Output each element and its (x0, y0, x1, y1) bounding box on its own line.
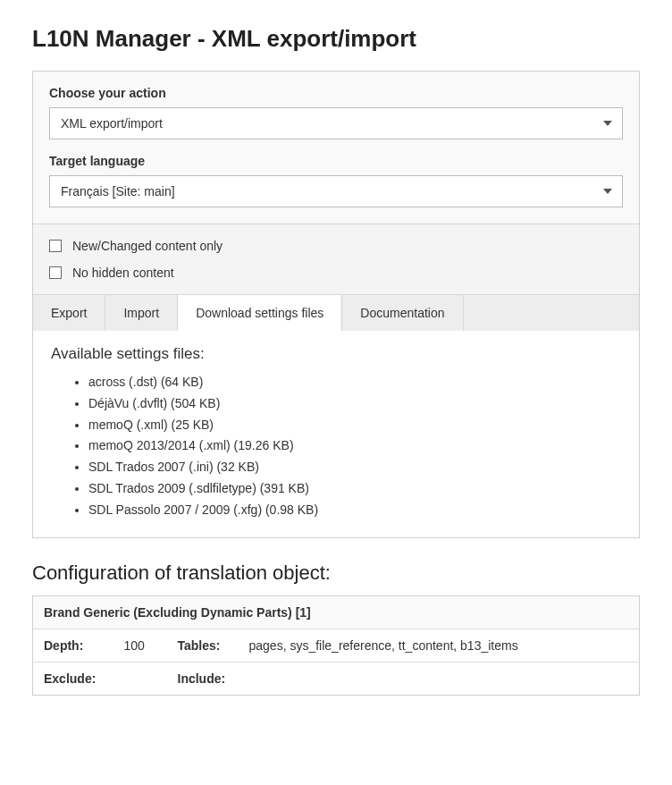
depth-label: Depth: (33, 629, 113, 662)
no-hidden-checkbox[interactable] (49, 266, 62, 279)
config-object-name: Brand Generic (Excluding Dynamic Parts) … (33, 595, 640, 629)
file-list: across (.dst) (64 KB) DéjàVu (.dvflt) (5… (51, 372, 621, 521)
no-hidden-label: No hidden content (72, 266, 174, 280)
exclude-label: Exclude: (33, 662, 113, 695)
tab-export[interactable]: Export (33, 295, 105, 331)
include-value (239, 662, 640, 695)
new-changed-checkbox[interactable] (49, 240, 62, 252)
tab-import[interactable]: Import (105, 295, 178, 331)
exclude-value (113, 662, 167, 695)
language-label: Target language (49, 154, 623, 168)
main-panel: Choose your action XML export/import Tar… (32, 71, 640, 538)
config-heading: Configuration of translation object: (32, 561, 640, 585)
tab-content-download: Available settings files: across (.dst) … (33, 331, 639, 537)
config-table: Brand Generic (Excluding Dynamic Parts) … (32, 595, 640, 696)
page-title: L10N Manager - XML export/import (32, 25, 640, 53)
new-changed-label: New/Changed content only (72, 239, 223, 253)
action-label: Choose your action (49, 86, 623, 100)
tab-documentation[interactable]: Documentation (342, 295, 463, 331)
tabs-bar: Export Import Download settings files Do… (33, 294, 639, 331)
depth-value: 100 (113, 629, 167, 662)
list-item[interactable]: SDL Trados 2007 (.ini) (32 KB) (88, 457, 621, 478)
list-item[interactable]: SDL Passolo 2007 / 2009 (.xfg) (0.98 KB) (88, 500, 621, 521)
language-select[interactable]: Français [Site: main] (49, 175, 623, 207)
list-item[interactable]: DéjàVu (.dvflt) (504 KB) (88, 393, 621, 415)
list-item[interactable]: memoQ (.xml) (25 KB) (88, 415, 621, 436)
list-item[interactable]: memoQ 2013/2014 (.xml) (19.26 KB) (88, 435, 621, 457)
list-item[interactable]: SDL Trados 2009 (.sdlfiletype) (391 KB) (88, 478, 621, 500)
tab-download-settings[interactable]: Download settings files (178, 295, 342, 331)
action-select[interactable]: XML export/import (49, 107, 623, 139)
tables-label: Tables: (167, 629, 239, 662)
tables-value: pages, sys_file_reference, tt_content, b… (239, 629, 640, 662)
files-heading: Available settings files: (51, 345, 621, 363)
list-item[interactable]: across (.dst) (64 KB) (88, 372, 621, 393)
options-group: New/Changed content only No hidden conte… (33, 224, 639, 294)
include-label: Include: (167, 662, 239, 695)
